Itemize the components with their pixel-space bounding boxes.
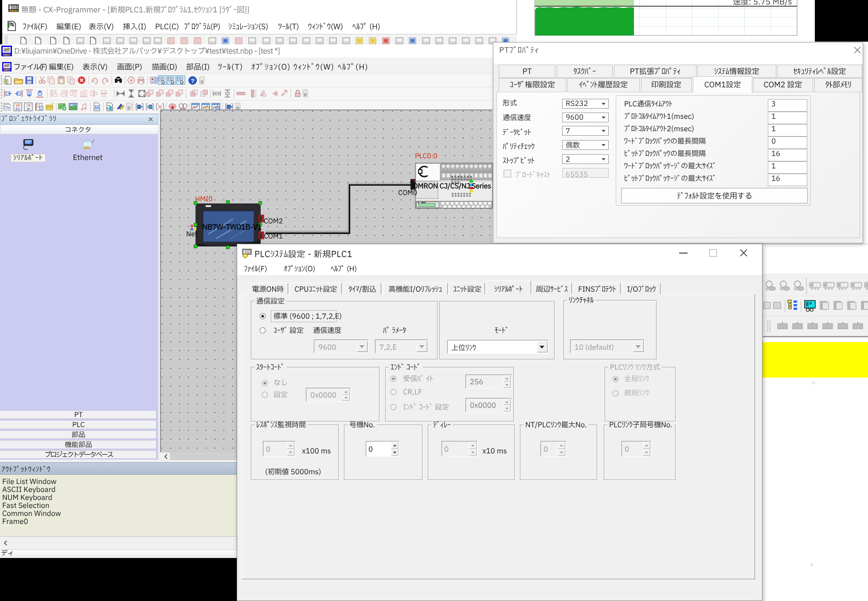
svg-text:!A: !A [26, 103, 31, 107]
svg-text:?: ? [191, 78, 195, 84]
svg-text:M: M [96, 106, 98, 109]
svg-text:Te: Te [5, 105, 10, 110]
svg-text:NBD: NBD [4, 68, 10, 71]
svg-text:10: 10 [16, 103, 20, 107]
svg-text:NBD: NBD [3, 53, 11, 57]
svg-text:01: 01 [16, 107, 20, 111]
svg-text:W: W [27, 107, 30, 111]
